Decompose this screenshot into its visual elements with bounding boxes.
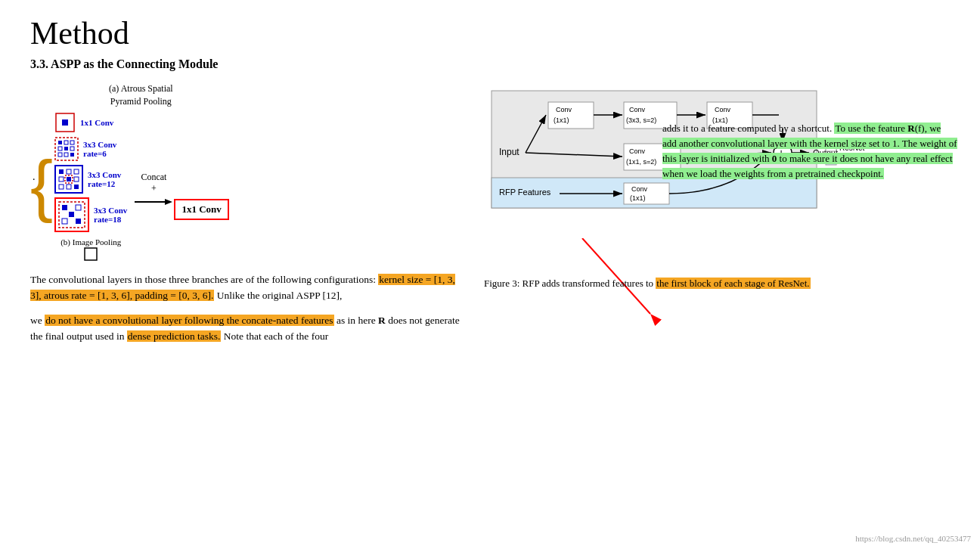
svg-text:(1x1): (1x1)	[630, 194, 646, 202]
para2-highlight1: do not have a convolutional layer follow…	[45, 315, 333, 326]
svg-rect-27	[62, 219, 67, 224]
svg-text:(3x3, s=2): (3x3, s=2)	[626, 116, 656, 124]
svg-text:Conv: Conv	[629, 106, 646, 113]
conv-3x3-r12-label: 3x3 Convrate=12	[88, 170, 121, 188]
watermark: https://blog.csdn.net/qq_40253477	[855, 534, 971, 543]
conv-1x1-label: 1x1 Conv	[80, 118, 113, 127]
image-pooling-icon	[83, 247, 98, 262]
svg-rect-1	[62, 119, 68, 126]
svg-rect-11	[70, 153, 74, 157]
conv-1x1-icon	[54, 112, 76, 133]
para1-normal1: The convolutional layers in those three …	[30, 274, 378, 285]
svg-rect-25	[69, 212, 74, 217]
para2-normal4: Note that each of the four	[221, 330, 328, 342]
para1-normal2: Unlike the original ASPP [12],	[214, 290, 342, 301]
section-heading: 3.3. ASPP as the Connecting Module	[30, 57, 950, 71]
svg-text:Conv: Conv	[629, 147, 646, 155]
R-bold: R	[907, 123, 914, 134]
svg-rect-28	[76, 205, 81, 210]
svg-rect-16	[74, 185, 79, 189]
svg-rect-6	[58, 147, 62, 150]
svg-text:Conv: Conv	[556, 106, 572, 113]
svg-rect-10	[64, 153, 68, 157]
figure3-section: Figure 3: RFP adds transformed features …	[484, 238, 950, 329]
aspp-item-3x3-r18: 3x3 Convrate=18	[54, 197, 127, 232]
conv-3x3-r18-label: 3x3 Convrate=18	[94, 206, 127, 224]
svg-rect-26	[76, 219, 81, 224]
aspp-diagram: (a) Atrous Spatial Pyramid Pooling {	[30, 83, 229, 262]
right-body-text: adds it to a feature computed by a short…	[662, 121, 957, 182]
right-section: Input Conv (1x1) Conv (3x3, s=2) Conv (1…	[484, 83, 950, 354]
aspp-item-3x3-r12: 3x3 Convrate=12	[54, 165, 127, 194]
zero-bold: 0	[772, 153, 777, 164]
aspp-title-line1: (a) Atrous Spatial	[53, 83, 229, 95]
image-pooling-item: (b) Image Pooling	[54, 237, 127, 262]
conv-3x3-r6-icon	[54, 137, 79, 161]
svg-text:RFP Features: RFP Features	[499, 188, 551, 197]
svg-rect-14	[59, 169, 64, 174]
right-text-normal1: adds it to a feature computed by a short…	[662, 123, 834, 134]
svg-text:Input: Input	[499, 147, 519, 157]
svg-rect-17	[59, 177, 64, 181]
svg-text:Conv: Conv	[631, 185, 648, 193]
para2-bold-R: R	[378, 315, 386, 326]
arrow-icon	[135, 194, 172, 209]
figure3-caption-highlight: the first block of each stage of ResNet.	[656, 278, 810, 289]
svg-rect-19	[67, 169, 71, 174]
conv-3x3-r18-box	[54, 197, 89, 232]
svg-marker-31	[165, 199, 172, 205]
svg-rect-7	[64, 147, 68, 150]
para1: The convolutional layers in those three …	[30, 272, 461, 304]
image-pooling-label: (b) Image Pooling	[60, 237, 121, 247]
svg-rect-21	[67, 185, 71, 189]
result-conv-label: 1x1 Conv	[181, 203, 221, 215]
aspp-title-line2: Pyramid Pooling	[53, 96, 229, 107]
svg-rect-4	[64, 141, 68, 144]
svg-rect-20	[74, 169, 79, 174]
figure3-caption: Figure 3: RFP adds transformed features …	[484, 276, 811, 291]
svg-rect-5	[70, 141, 74, 144]
plus-label: +	[151, 183, 157, 194]
conv-3x3-r6-label: 3x3 Convrate=6	[83, 140, 116, 158]
aspp-item-1x1: 1x1 Conv	[54, 112, 127, 133]
aspp-item-3x3-r6: 3x3 Convrate=6	[54, 137, 127, 161]
figure3-caption-normal: Figure 3: RFP adds transformed features …	[484, 278, 656, 289]
svg-rect-9	[58, 153, 62, 157]
conv-3x3-r18-icon	[58, 201, 85, 228]
body-text: The convolutional layers in those three …	[30, 272, 461, 345]
svg-text:(1x1, s=2): (1x1, s=2)	[626, 158, 656, 166]
concat-label: Concat	[141, 172, 166, 183]
para2: we do not have a convolutional layer fol…	[30, 313, 461, 345]
svg-text:Conv: Conv	[715, 106, 731, 113]
para2-normal1: we	[30, 315, 45, 326]
svg-rect-15	[67, 177, 71, 181]
svg-rect-24	[62, 205, 67, 210]
svg-rect-22	[74, 177, 79, 181]
svg-rect-3	[58, 141, 62, 144]
diagram-dot: ·	[33, 174, 36, 186]
svg-rect-29	[85, 248, 97, 260]
svg-rect-8	[70, 147, 74, 150]
result-conv-box: 1x1 Conv	[174, 199, 228, 220]
page-title: Method	[30, 15, 950, 51]
svg-text:(1x1): (1x1)	[554, 116, 569, 124]
svg-rect-18	[59, 185, 64, 189]
concat-section: Concat +	[135, 172, 172, 209]
para2-highlight2: dense prediction tasks.	[127, 330, 222, 342]
conv-3x3-r12-icon	[54, 165, 83, 194]
